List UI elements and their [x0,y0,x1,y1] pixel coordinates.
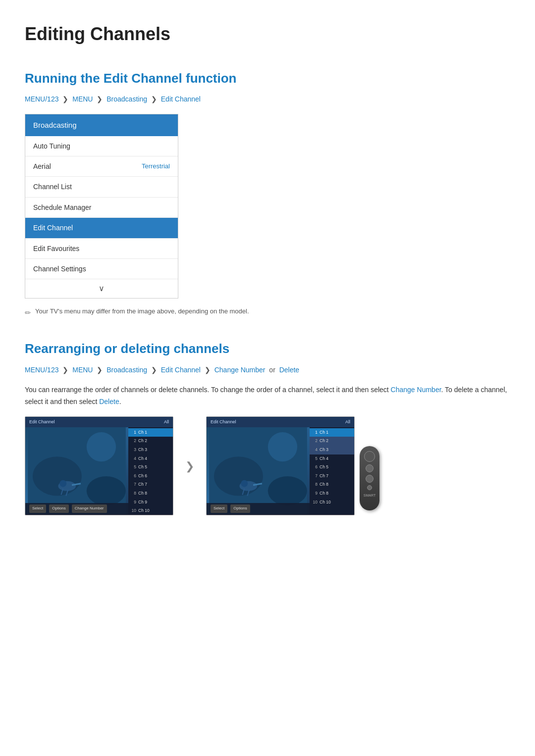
svg-point-1 [87,432,116,461]
menu-item-channel-list[interactable]: Channel List [25,177,178,197]
sep0: ❯ [62,95,70,103]
rch-item-3: 4Ch 3 [310,446,354,454]
svg-point-5 [59,480,66,487]
screen-left-wrapper: Edit Channel All [25,416,173,515]
svg-point-12 [268,476,307,505]
rch-item-8: 9Ch 8 [310,489,354,498]
link-delete: Delete [99,398,119,405]
bc2-part4: Change Number [214,366,266,374]
body-text-section2: You can rearrange the order of channels … [25,384,510,408]
diver-scene-left [25,427,128,514]
diver-scene-right [207,427,310,514]
menu-item-label: Edit Channel [33,222,73,233]
menu-item-label: Auto Tuning [33,141,70,151]
ch-item-2: 2Ch 2 [128,437,173,446]
remote-control: SMART [360,446,379,510]
menu-item-edit-favourites[interactable]: Edit Favourites [25,239,178,259]
ch-item-6: 6Ch 6 [128,472,173,481]
menu-item-auto-tuning[interactable]: Auto Tuning [25,136,178,156]
menu-item-label: Aerial [33,161,51,172]
sep1: ❯ [97,95,105,103]
bc2-part1: MENU [72,366,93,374]
remote-label: SMART [364,493,375,498]
note-text: Your TV's menu may differ from the image… [35,306,249,317]
screen-left-content: Select Options Change Number 1Ch 1 2Ch 2… [25,427,173,514]
rch-item-6: 7Ch 7 [310,472,354,481]
breadcrumb-part-0: MENU/123 [25,95,58,103]
screen-left-bg: Select Options Change Number [25,427,128,514]
screen-right-bg: Select Options [207,427,310,514]
screen-left-bottombar: Select Options Change Number [25,503,128,514]
remote-btn-1 [366,464,374,472]
menu-chevron: ∨ [25,279,178,298]
section1-title: Running the Edit Channel function [25,68,510,89]
screen-right-wrapper: Edit Channel All [206,416,355,515]
svg-point-10 [268,432,297,461]
screen-left-topbar: Edit Channel All [25,417,173,427]
ch-item-5: 5Ch 5 [128,463,173,472]
section-running-edit-channel: Running the Edit Channel function MENU/1… [25,68,510,319]
bc2-part3: Edit Channel [161,366,201,374]
screen-right-content: Select Options 1Ch 1 2Ch 2 4Ch 3 5Ch 4 6… [207,427,354,514]
rch-item-4: 5Ch 4 [310,454,354,463]
remote-btn-main [364,451,375,462]
screen-right-topbar: Edit Channel All [207,417,354,427]
section2-title: Rearranging or deleting channels [25,339,510,359]
menu-header: Broadcasting [25,114,178,136]
svg-point-11 [214,456,263,496]
section-rearranging-deleting: Rearranging or deleting channels MENU/12… [25,339,510,516]
page-title: Editing Channels [25,20,510,49]
ch-item-10: 10Ch 10 [128,506,173,514]
bc2-part5: Delete [279,366,299,374]
images-row: Edit Channel All [25,416,510,515]
bc2-part0: MENU/123 [25,366,58,374]
ch-item-8: 8Ch 8 [128,489,173,498]
ch-item-4: 4Ch 4 [128,454,173,463]
rch-item-9: 10Ch 10 [310,498,354,507]
screen-right-channel-list: 1Ch 1 2Ch 2 4Ch 3 5Ch 4 6Ch 5 7Ch 7 8Ch … [310,427,354,514]
breadcrumb-section2: MENU/123 ❯ MENU ❯ Broadcasting ❯ Edit Ch… [25,364,510,375]
breadcrumb-part-3: Edit Channel [161,95,201,103]
note-section1: ✏ Your TV's menu may differ from the ima… [25,306,510,319]
menu-item-label: Channel Settings [33,263,86,274]
svg-point-3 [87,476,126,505]
bc2-part2: Broadcasting [107,366,147,374]
screen-right: Edit Channel All [206,416,355,515]
broadcasting-menu: Broadcasting Auto Tuning Aerial Terrestr… [25,114,178,299]
ch-item-1: 1Ch 1 [128,428,173,437]
screen-right-bottombar: Select Options [207,503,310,514]
menu-item-edit-channel[interactable]: Edit Channel [25,218,178,238]
menu-item-label: Edit Favourites [33,243,79,254]
remote-btn-2 [366,475,374,483]
arrow-separator: ❯ [185,457,194,475]
menu-item-label: Schedule Manager [33,202,92,213]
menu-item-label: Channel List [33,181,72,192]
rch-item-1: 1Ch 1 [310,428,354,437]
ch-item-3: 3Ch 3 [128,446,173,454]
ch-item-7: 7Ch 7 [128,480,173,489]
remote-btn-3 [367,485,372,490]
screen-left-channel-list: 1Ch 1 2Ch 2 3Ch 3 4Ch 4 5Ch 5 6Ch 6 7Ch … [128,427,173,514]
menu-item-value: Terrestrial [142,161,170,172]
breadcrumb-part-1: MENU [72,95,93,103]
screen-left: Edit Channel All [25,416,173,515]
breadcrumb-section1: MENU/123 ❯ MENU ❯ Broadcasting ❯ Edit Ch… [25,94,510,104]
rch-item-5: 6Ch 5 [310,463,354,472]
svg-point-14 [241,480,248,487]
bc2-or: or [269,366,275,374]
svg-point-2 [33,456,82,496]
sep2: ❯ [151,95,159,103]
breadcrumb-part-2: Broadcasting [107,95,147,103]
ch-item-9: 9Ch 9 [128,498,173,507]
menu-item-aerial[interactable]: Aerial Terrestrial [25,156,178,177]
pencil-icon: ✏ [25,307,31,319]
link-change-number: Change Number [391,386,441,394]
menu-item-schedule-manager[interactable]: Schedule Manager [25,198,178,218]
menu-item-channel-settings[interactable]: Channel Settings [25,259,178,279]
rch-item-7: 8Ch 8 [310,480,354,489]
rch-item-2: 2Ch 2 [310,437,354,446]
